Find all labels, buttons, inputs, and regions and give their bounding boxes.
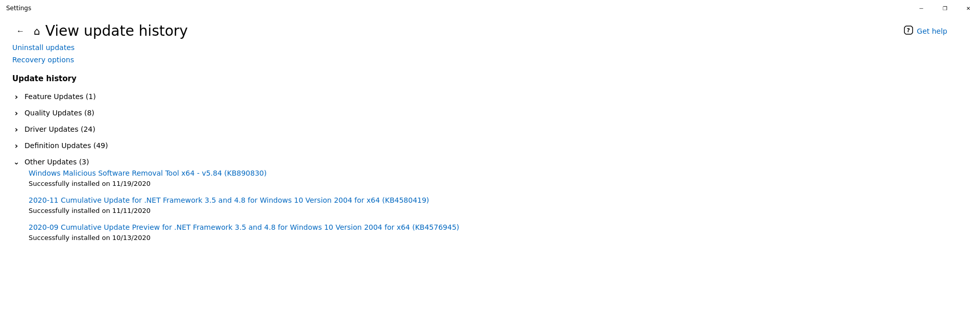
chevron-definition-icon xyxy=(12,141,20,150)
minimize-button[interactable]: ─ xyxy=(910,0,933,16)
close-button[interactable]: ✕ xyxy=(957,0,980,16)
page-title: View update history xyxy=(45,22,188,39)
category-feature-label: Feature Updates (1) xyxy=(25,92,96,101)
app-window: Settings ─ ❐ ✕ ← ⌂ View update history xyxy=(0,0,980,313)
category-quality-header[interactable]: Quality Updates (8) xyxy=(12,106,968,120)
titlebar: Settings ─ ❐ ✕ xyxy=(0,0,980,16)
update-item-3: 2020-09 Cumulative Update Preview for .N… xyxy=(29,223,968,242)
update-status-3: Successfully installed on 10/13/2020 xyxy=(29,234,151,242)
chevron-other-icon xyxy=(12,158,20,166)
content-area: ← ⌂ View update history ? Get help Unins… xyxy=(0,16,980,313)
category-quality: Quality Updates (8) xyxy=(12,106,968,120)
category-other-label: Other Updates (3) xyxy=(25,158,89,166)
update-item-1: Windows Malicious Software Removal Tool … xyxy=(29,169,968,188)
titlebar-left: Settings xyxy=(6,5,31,12)
update-history-section: Update history Feature Updates (1) Quali… xyxy=(12,74,968,252)
chevron-quality-icon xyxy=(12,109,20,117)
update-status-1: Successfully installed on 11/19/2020 xyxy=(29,180,151,187)
app-title: Settings xyxy=(6,5,31,12)
category-definition: Definition Updates (49) xyxy=(12,138,968,153)
back-button[interactable]: ← xyxy=(12,23,29,39)
update-link-1[interactable]: Windows Malicious Software Removal Tool … xyxy=(29,169,968,177)
category-feature: Feature Updates (1) xyxy=(12,89,968,104)
links-area: Uninstall updates Recovery options xyxy=(12,43,968,64)
category-definition-label: Definition Updates (49) xyxy=(25,141,108,150)
update-link-2[interactable]: 2020-11 Cumulative Update for .NET Frame… xyxy=(29,196,968,204)
category-other: Other Updates (3) Windows Malicious Soft… xyxy=(12,155,968,250)
section-title: Update history xyxy=(12,74,968,83)
category-driver: Driver Updates (24) xyxy=(12,122,968,136)
category-driver-header[interactable]: Driver Updates (24) xyxy=(12,122,968,136)
home-icon: ⌂ xyxy=(34,25,40,37)
back-icon: ← xyxy=(16,27,25,36)
category-driver-label: Driver Updates (24) xyxy=(25,125,95,133)
titlebar-controls: ─ ❐ ✕ xyxy=(910,0,980,16)
update-status-2: Successfully installed on 11/11/2020 xyxy=(29,207,151,214)
chevron-driver-icon xyxy=(12,125,20,133)
get-help-area[interactable]: ? Get help xyxy=(903,25,947,37)
get-help-link[interactable]: Get help xyxy=(917,27,947,35)
get-help-icon: ? xyxy=(903,25,914,37)
category-quality-label: Quality Updates (8) xyxy=(25,109,94,117)
category-other-header[interactable]: Other Updates (3) xyxy=(12,155,968,169)
recovery-options-link[interactable]: Recovery options xyxy=(12,56,74,64)
restore-button[interactable]: ❐ xyxy=(933,0,957,16)
chevron-feature-icon xyxy=(12,92,20,101)
update-item-2: 2020-11 Cumulative Update for .NET Frame… xyxy=(29,196,968,215)
uninstall-updates-link[interactable]: Uninstall updates xyxy=(12,43,75,52)
category-definition-header[interactable]: Definition Updates (49) xyxy=(12,138,968,153)
update-link-3[interactable]: 2020-09 Cumulative Update Preview for .N… xyxy=(29,223,968,231)
other-updates-items: Windows Malicious Software Removal Tool … xyxy=(12,169,968,250)
svg-text:?: ? xyxy=(907,27,910,34)
category-feature-header[interactable]: Feature Updates (1) xyxy=(12,89,968,104)
